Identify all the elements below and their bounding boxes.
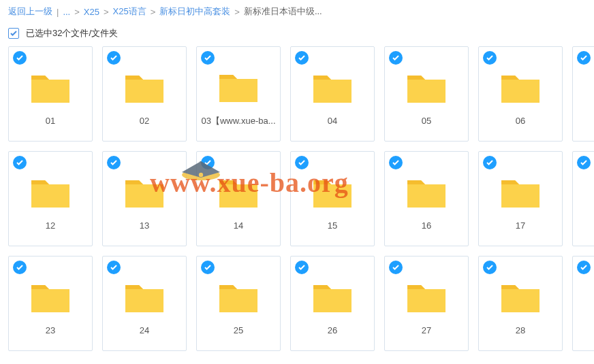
folder-item[interactable]: 29 [572,256,594,351]
folder-icon [123,278,166,317]
folder-icon [217,173,260,212]
breadcrumb-x25[interactable]: X25 [84,7,99,17]
folder-label: 13 [140,220,149,231]
selected-badge[interactable] [577,261,591,274]
check-icon [392,54,400,62]
folder-item[interactable]: 07 [572,46,594,142]
folder-item[interactable]: 14 [196,151,281,246]
folder-label: 04 [328,116,337,126]
folder-icon [29,173,72,212]
folder-item[interactable]: 16 [384,151,469,246]
folder-label: 12 [46,220,55,231]
folder-label: 03【www.xue-ba... [201,115,275,127]
folder-label: 27 [422,325,431,335]
folder-icon [405,69,448,107]
check-icon [580,159,588,167]
breadcrumb-sep: > [104,7,109,17]
selected-badge[interactable] [201,51,215,65]
selected-badge[interactable] [201,261,215,274]
check-icon [486,159,494,167]
selected-badge[interactable] [295,261,309,274]
folder-item[interactable]: 03【www.xue-ba... [196,46,281,142]
check-icon [110,54,118,62]
folder-item[interactable]: 15 [290,151,375,246]
folder-item[interactable]: 05 [384,46,469,142]
folder-label: 01 [46,116,55,126]
check-icon [204,159,212,167]
folder-icon [405,278,448,317]
folder-item[interactable]: 24 [102,256,187,351]
check-icon [298,159,306,167]
check-icon [110,159,118,167]
folder-item[interactable]: 28 [478,256,563,351]
selected-badge[interactable] [483,51,497,65]
breadcrumb-pack[interactable]: 新标日初中高套装 [159,5,230,18]
check-icon [298,263,306,271]
folder-icon [217,278,260,317]
selection-label: 已选中32个文件/文件夹 [26,27,118,39]
selected-badge[interactable] [295,51,309,65]
folder-item[interactable]: 26 [290,256,375,351]
folder-item[interactable]: 01 [8,46,93,142]
selected-badge[interactable] [201,156,215,169]
folder-item[interactable]: 02 [102,46,187,142]
folder-icon [311,278,354,317]
selected-badge[interactable] [13,51,27,65]
folder-label: 24 [140,325,149,335]
folder-label: 02 [140,116,149,126]
folder-label: 15 [328,220,337,231]
selected-badge[interactable] [13,261,27,274]
folder-label: 28 [516,325,525,335]
folder-item[interactable]: 27 [384,256,469,351]
select-all-checkbox[interactable] [8,28,19,39]
folder-icon [29,278,72,317]
selected-badge[interactable] [107,261,121,274]
selected-badge[interactable] [295,156,309,169]
selected-badge[interactable] [389,51,403,65]
selected-badge[interactable] [483,261,497,274]
breadcrumb-x25lang[interactable]: X25语言 [113,5,146,18]
folder-item[interactable]: 04 [290,46,375,142]
folder-item[interactable]: 17 [478,151,563,246]
breadcrumb-ellipsis[interactable]: ... [63,7,70,17]
breadcrumb-back[interactable]: 返回上一级 [8,5,52,18]
selected-badge[interactable] [577,51,591,65]
folder-item[interactable]: 25 [196,256,281,351]
folder-icon [217,68,260,107]
check-icon [204,263,212,271]
check-icon [392,159,400,167]
check-icon [204,54,212,62]
check-icon [16,263,24,271]
check-icon [486,263,494,271]
folder-item[interactable]: 13 [102,151,187,246]
folder-icon [405,173,448,212]
folder-item[interactable]: 06 [478,46,563,142]
folder-label: 06 [516,116,525,126]
selected-badge[interactable] [13,156,27,169]
folder-label: 26 [328,325,337,335]
selected-badge[interactable] [389,261,403,274]
folder-label: 25 [234,325,243,335]
selected-badge[interactable] [483,156,497,169]
selected-badge[interactable] [577,156,591,169]
selected-badge[interactable] [107,156,121,169]
folder-icon [123,69,166,107]
selected-badge[interactable] [107,51,121,65]
selected-badge[interactable] [389,156,403,169]
folder-icon [311,173,354,212]
folder-item[interactable]: 12 [8,151,93,246]
folder-icon [29,69,72,107]
check-icon [486,54,494,62]
check-icon [580,54,588,62]
folder-label: 14 [234,220,243,231]
breadcrumb-current: 新标准日本语中级... [244,5,322,18]
breadcrumb-sep: > [151,7,156,17]
folder-grid: 01 02 03【www.xue-ba... 04 05 [0,46,594,359]
breadcrumb: 返回上一级 | ... > X25 > X25语言 > 新标日初中高套装 > 新… [0,0,594,23]
folder-item[interactable]: 18 [572,151,594,246]
folder-icon [311,69,354,107]
check-icon [16,159,24,167]
folder-item[interactable]: 23 [8,256,93,351]
folder-label: 17 [516,220,525,231]
folder-label: 23 [46,325,55,335]
